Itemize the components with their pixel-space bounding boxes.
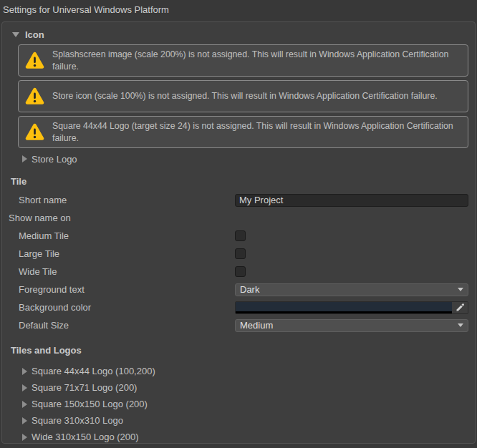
warning-store-icon: Store icon (scale 100%) is not assigned.…: [18, 80, 468, 112]
platform-settings-box: Icon Splashscreen image (scale 200%) is …: [1, 21, 476, 444]
tile-properties: Short name Show name on Medium Tile Larg…: [2, 191, 475, 334]
warning-splashscreen: Splashscreen image (scale 200%) is not a…: [18, 44, 468, 77]
warning-icon: [24, 52, 44, 69]
warning-text: Splashscreen image (scale 200%) is not a…: [52, 49, 461, 72]
large-tile-checkbox[interactable]: [235, 248, 246, 259]
foreground-text-value: Dark: [240, 284, 458, 295]
warning-icon: [24, 123, 44, 141]
foldout-collapsed-icon: [22, 155, 27, 162]
eyedropper-icon: [456, 303, 465, 312]
tile-section-header: Tile: [11, 176, 475, 188]
foldout-label: Square 150x150 Logo (200): [32, 399, 148, 409]
medium-tile-label: Medium Tile: [2, 230, 235, 241]
eyedropper-button[interactable]: [452, 302, 468, 313]
background-color-label: Background color: [2, 302, 235, 313]
settings-title: Settings for Universal Windows Platform: [3, 4, 169, 15]
short-name-row: Short name: [2, 191, 475, 209]
square-150-logo-foldout[interactable]: Square 150x150 Logo (200): [22, 396, 475, 412]
foldout-label: Square 44x44 Logo (100,200): [32, 366, 155, 376]
short-name-label: Short name: [2, 195, 235, 205]
foldout-collapsed-icon: [22, 401, 27, 408]
medium-tile-checkbox[interactable]: [235, 230, 246, 241]
default-size-label: Default Size: [2, 320, 235, 331]
foldout-collapsed-icon: [22, 384, 27, 391]
warning-text: Store icon (scale 100%) is not assigned.…: [52, 90, 438, 102]
wide-tile-label: Wide Tile: [2, 266, 235, 277]
square-44-logo-foldout[interactable]: Square 44x44 Logo (100,200): [22, 363, 475, 379]
settings-header: Settings for Universal Windows Platform: [0, 0, 477, 20]
tiles-logos-list: Square 44x44 Logo (100,200) Square 71x71…: [2, 363, 475, 444]
warning-icon: [24, 87, 44, 105]
default-size-row: Default Size Medium: [2, 316, 475, 334]
icon-section-header: Icon: [25, 29, 44, 40]
foldout-collapsed-icon: [22, 434, 27, 441]
show-name-on-label: Show name on: [2, 213, 235, 223]
foldout-label: Square 71x71 Logo (200): [32, 382, 137, 393]
warning-text: Square 44x44 Logo (target size 24) is no…: [52, 120, 461, 144]
store-logo-label: Store Logo: [32, 154, 77, 165]
tiles-logos-section-header: Tiles and Logos: [11, 345, 475, 357]
foldout-collapsed-icon: [22, 417, 27, 424]
chevron-down-icon: [458, 288, 463, 291]
foreground-text-row: Foreground text Dark: [2, 281, 475, 298]
background-color-field[interactable]: [235, 301, 468, 314]
warning-square-44-logo: Square 44x44 Logo (target size 24) is no…: [18, 116, 468, 148]
large-tile-label: Large Tile: [2, 248, 235, 259]
player-settings-panel: Settings for Universal Windows Platform …: [0, 0, 477, 448]
wide-tile-row: Wide Tile: [2, 263, 475, 281]
square-310-logo-foldout[interactable]: Square 310x310 Logo: [22, 412, 475, 429]
background-color-swatch[interactable]: [236, 302, 452, 313]
foldout-expanded-icon: [12, 32, 19, 37]
chevron-down-icon: [458, 323, 463, 327]
background-color-row: Background color: [2, 298, 475, 316]
alpha-bar: [236, 311, 452, 313]
store-logo-foldout[interactable]: Store Logo: [22, 152, 475, 165]
medium-tile-row: Medium Tile: [2, 227, 475, 245]
foldout-collapsed-icon: [22, 368, 27, 375]
icon-foldout[interactable]: Icon: [12, 27, 475, 42]
foreground-text-label: Foreground text: [2, 284, 235, 295]
show-name-on-row: Show name on: [2, 209, 475, 227]
warnings-list: Splashscreen image (scale 200%) is not a…: [18, 44, 468, 148]
foreground-text-dropdown[interactable]: Dark: [235, 283, 468, 296]
default-size-dropdown[interactable]: Medium: [235, 319, 468, 332]
foldout-label: Wide 310x150 Logo (200): [32, 432, 139, 442]
short-name-input[interactable]: [235, 194, 468, 207]
foldout-label: Square 310x310 Logo: [32, 415, 123, 426]
wide-310-logo-foldout[interactable]: Wide 310x150 Logo (200): [22, 429, 475, 444]
large-tile-row: Large Tile: [2, 245, 475, 263]
default-size-value: Medium: [240, 320, 458, 331]
square-71-logo-foldout[interactable]: Square 71x71 Logo (200): [22, 379, 475, 396]
wide-tile-checkbox[interactable]: [235, 266, 246, 277]
